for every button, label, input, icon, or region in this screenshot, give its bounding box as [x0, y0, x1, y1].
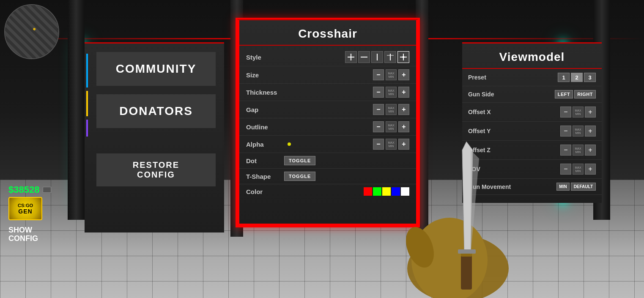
fov-minus-btn[interactable]: − [560, 164, 571, 175]
style-preset-5[interactable] [397, 51, 409, 63]
preset-3-btn[interactable]: 3 [584, 73, 596, 82]
outline-maxmin[interactable]: MAX MIN [386, 121, 397, 132]
vm-offsety-controls: − MAX MIN + [560, 126, 596, 137]
left-panel: COMMUNITY DONATORS RESTORECONFIG [85, 42, 224, 232]
crosshair-color-row: Color [239, 184, 416, 199]
style-preset-2[interactable] [358, 51, 370, 63]
donators-button[interactable]: DONATORS [96, 94, 216, 128]
offsety-minus-btn[interactable]: − [560, 126, 571, 137]
vm-offsetz-label: Offset Z [468, 147, 560, 153]
crosshair-alpha-row: Alpha − MAX MIN + [239, 136, 416, 153]
alpha-minus-btn[interactable]: − [373, 139, 384, 150]
crosshair-rows: Style [239, 46, 416, 201]
viewmodel-panel: Viewmodel Preset 1 2 3 Gun Side LEFT RIG… [462, 42, 602, 203]
preset-1-btn[interactable]: 1 [558, 73, 570, 82]
size-plus-btn[interactable]: + [398, 69, 409, 80]
fov-maxmin[interactable]: MAX MIN [573, 164, 584, 175]
thickness-maxmin[interactable]: MAX MIN [386, 87, 397, 98]
vm-gunside-label: Gun Side [468, 91, 555, 98]
thickness-plus-btn[interactable]: + [398, 87, 409, 98]
money-display: $38528 [8, 184, 51, 195]
style-preset-3[interactable] [371, 51, 383, 63]
vm-preset-controls: 1 2 3 [558, 73, 596, 82]
offsety-plus-btn[interactable]: + [585, 126, 596, 137]
preview-1 [348, 54, 354, 60]
vm-offsetx-label: Offset X [468, 109, 560, 115]
vm-fov-label: FOV [468, 166, 560, 172]
vm-gunmovement-label: Gun Movement [468, 183, 556, 190]
color-swatch-blue[interactable] [392, 187, 400, 196]
crosshair-gap-row: Gap − MAX MIN + [239, 101, 416, 118]
color-swatch-yellow[interactable] [382, 187, 391, 196]
alpha-plus-btn[interactable]: + [398, 139, 409, 150]
outline-minus-btn[interactable]: − [373, 121, 384, 132]
style-preset-4[interactable] [384, 51, 396, 63]
gunmovement-min-btn[interactable]: MIN [556, 183, 569, 191]
alpha-label: Alpha [246, 141, 284, 148]
restore-config-button[interactable]: RESTORECONFIG [96, 153, 216, 186]
decorator-yellow [86, 91, 88, 116]
offsetx-minus-btn[interactable]: − [560, 107, 571, 118]
thickness-controls: − MAX MIN + [373, 87, 409, 98]
show-config-label[interactable]: SHOWCONFIG [8, 226, 51, 243]
minimap [4, 4, 59, 59]
thickness-minus-btn[interactable]: − [373, 87, 384, 98]
donators-label: DONATORS [119, 104, 193, 118]
money-value: $38528 [8, 184, 39, 195]
dot-toggle-btn[interactable]: TOGGLE [284, 156, 315, 165]
vm-gunside-row: Gun Side LEFT RIGHT [462, 86, 602, 103]
gap-plus-btn[interactable]: + [398, 104, 409, 115]
vm-offsetz-row: Offset Z − MAX MIN + [462, 141, 602, 160]
color-swatch-white[interactable] [401, 187, 409, 196]
crosshair-thickness-row: Thickness − MAX MIN + [239, 84, 416, 101]
money-icon [43, 187, 51, 193]
style-preset-1[interactable] [345, 51, 357, 63]
color-swatch-red[interactable] [364, 187, 372, 196]
fov-plus-btn[interactable]: + [585, 164, 596, 175]
offsetx-maxmin[interactable]: MAX MIN [573, 107, 584, 118]
outline-controls: − MAX MIN + [373, 121, 409, 132]
vm-preset-row: Preset 1 2 3 [462, 69, 602, 86]
offsetz-maxmin[interactable]: MAX MIN [573, 145, 584, 156]
gap-label: Gap [246, 106, 284, 113]
color-swatches [364, 187, 409, 196]
offsetx-plus-btn[interactable]: + [585, 107, 596, 118]
offsetz-minus-btn[interactable]: − [560, 145, 571, 156]
restore-label: RESTORECONFIG [133, 160, 179, 179]
size-label: Size [246, 71, 284, 79]
vm-offsetx-row: Offset X − MAX MIN + [462, 103, 602, 122]
alpha-maxmin[interactable]: MAX MIN [386, 139, 397, 150]
crosshair-dot-row: Dot TOGGLE [239, 153, 416, 169]
vm-preset-label: Preset [468, 74, 558, 81]
community-button[interactable]: COMMUNITY [96, 52, 216, 86]
outline-label: Outline [246, 123, 284, 131]
gap-minus-btn[interactable]: − [373, 104, 384, 115]
left-btn[interactable]: LEFT [555, 90, 573, 98]
vm-offsetz-controls: − MAX MIN + [560, 145, 596, 156]
outline-plus-btn[interactable]: + [398, 121, 409, 132]
gunmovement-default-btn[interactable]: DEFAULT [571, 183, 596, 191]
gap-maxmin[interactable]: MAX MIN [386, 104, 397, 115]
size-maxmin[interactable]: MAX MIN [386, 69, 397, 80]
style-label: Style [246, 54, 284, 61]
gap-controls: − MAX MIN + [373, 104, 409, 115]
vm-offsety-label: Offset Y [468, 128, 560, 134]
color-swatch-green[interactable] [373, 187, 381, 196]
size-minus-btn[interactable]: − [373, 69, 384, 80]
offsetz-plus-btn[interactable]: + [585, 145, 596, 156]
tshape-toggle-btn[interactable]: TOGGLE [284, 172, 315, 181]
tshape-label: T-Shape [246, 173, 284, 180]
alpha-dot-indicator [288, 142, 291, 146]
alpha-controls: − MAX MIN + [373, 139, 409, 150]
viewmodel-title: Viewmodel [462, 44, 602, 69]
vm-fov-controls: − MAX MIN + [560, 164, 596, 175]
vm-gunmovement-row: Gun Movement MIN DEFAULT [462, 179, 602, 195]
right-btn[interactable]: RIGHT [574, 90, 596, 98]
crosshair-outline-row: Outline − MAX MIN + [239, 118, 416, 136]
preset-2-btn[interactable]: 2 [571, 73, 583, 82]
hud-bottom-left: $38528 CS:GO GEN SHOWCONFIG [8, 184, 51, 243]
offsety-maxmin[interactable]: MAX MIN [573, 126, 584, 137]
crosshair-size-row: Size − MAX MIN + [239, 66, 416, 84]
preview-5 [400, 54, 407, 60]
panel-decorators [85, 52, 90, 224]
